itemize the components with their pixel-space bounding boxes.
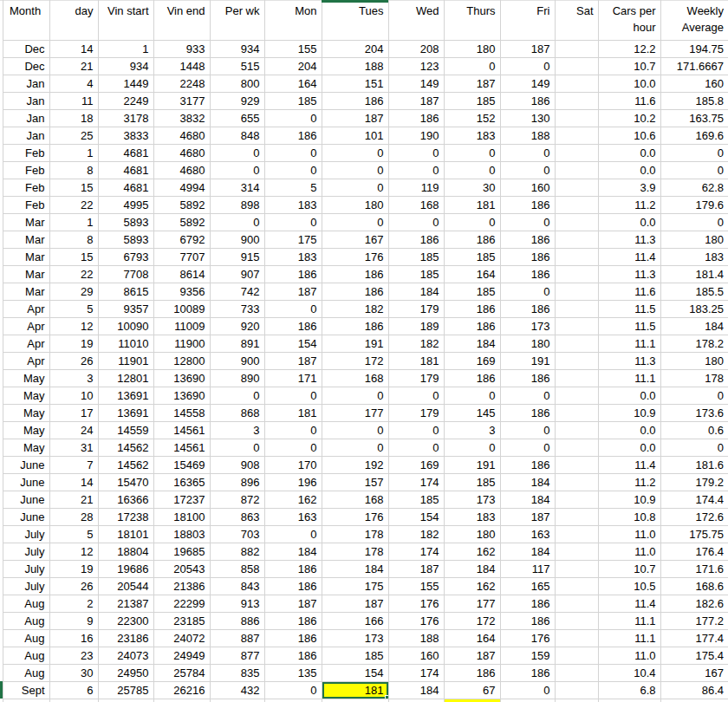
cell-fri-r1[interactable]: 187 (500, 40, 555, 57)
cell-weekly-average-r36[interactable]: 175.4 (660, 647, 728, 664)
cell-sat-r2[interactable] (555, 57, 598, 75)
cell-vin-start-r2[interactable]: 934 (98, 57, 153, 75)
cell-day-r33[interactable]: 2 (49, 595, 98, 612)
cell-vin-end-r31[interactable]: 20543 (153, 560, 210, 577)
cell-vin-start-r17[interactable]: 10090 (98, 317, 153, 335)
cell-fri-r5[interactable]: 130 (500, 109, 555, 127)
cell-weekly-average-r37[interactable]: 167 (660, 664, 728, 681)
cell-weekly-average-r4[interactable]: 185.8 (660, 92, 728, 109)
cell-day-r35[interactable]: 16 (49, 629, 98, 647)
cell-thurs-r16[interactable]: 186 (444, 300, 500, 317)
cell-vin-start-r16[interactable]: 9357 (98, 300, 153, 317)
cell-wed-r33[interactable]: 176 (388, 595, 444, 612)
cell-fri-r36[interactable]: 159 (500, 647, 555, 664)
cell-per-wk-r30[interactable]: 882 (210, 543, 264, 560)
cell-mon-r14[interactable]: 186 (264, 265, 322, 283)
cell-wed-r23[interactable]: 0 (388, 421, 444, 439)
cell-per-wk-r17[interactable]: 920 (210, 317, 264, 335)
cell-weekly-average-r27[interactable]: 174.4 (660, 491, 728, 508)
cell-wed-r14[interactable]: 185 (388, 265, 444, 283)
cell-vin-start-r14[interactable]: 7708 (98, 265, 153, 283)
cell-month-r20[interactable]: May (3, 369, 49, 387)
cell-sat-r12[interactable] (555, 231, 598, 248)
cell-tues-r11[interactable]: 0 (322, 213, 388, 231)
cell-day-r26[interactable]: 14 (49, 473, 98, 491)
cell-month-r37[interactable]: Aug (3, 664, 49, 681)
cell-tues-r2[interactable]: 188 (322, 57, 388, 75)
cell-tues-partial[interactable] (322, 699, 388, 702)
cell-fri-r12[interactable]: 186 (500, 231, 555, 248)
cell-day-r10[interactable]: 22 (49, 196, 98, 213)
cell-per-wk-r5[interactable]: 655 (210, 109, 264, 127)
cell-month-r24[interactable]: May (3, 439, 49, 456)
cell-cars-per-hour-r2[interactable]: 10.7 (598, 57, 660, 75)
cell-weekly-average-r8[interactable]: 0 (660, 161, 728, 179)
cell-weekly-average-r9[interactable]: 62.8 (660, 179, 728, 196)
cell-per-wk-r16[interactable]: 733 (210, 300, 264, 317)
cell-day-r13[interactable]: 15 (49, 248, 98, 265)
cell-vin-end-r38[interactable]: 26216 (153, 681, 210, 699)
cell-weekly-average-r31[interactable]: 171.6 (660, 560, 728, 577)
cell-vin-end-r37[interactable]: 25784 (153, 664, 210, 681)
cell-month-r36[interactable]: Aug (3, 647, 49, 664)
cell-tues-r10[interactable]: 180 (322, 196, 388, 213)
cell-month-r15[interactable]: Mar (3, 283, 49, 300)
cell-sat-r3[interactable] (555, 75, 598, 92)
cell-mon-r12[interactable]: 175 (264, 231, 322, 248)
cell-sat-r19[interactable] (555, 352, 598, 369)
cell-sat-r10[interactable] (555, 196, 598, 213)
cell-month-r22[interactable]: May (3, 404, 49, 421)
cell-month-r19[interactable]: Apr (3, 352, 49, 369)
cell-vin-end-r5[interactable]: 3832 (153, 109, 210, 127)
cell-per-wk-r1[interactable]: 934 (210, 40, 264, 57)
cell-day-r5[interactable]: 18 (49, 109, 98, 127)
cell-vin-start-r21[interactable]: 13691 (98, 387, 153, 404)
cell-vin-start-r36[interactable]: 24073 (98, 647, 153, 664)
cell-weekly-average-r12[interactable]: 180 (660, 231, 728, 248)
cell-cars-per-hour-r30[interactable]: 11.0 (598, 543, 660, 560)
cell-month-r25[interactable]: June (3, 456, 49, 473)
cell-mon-r36[interactable]: 186 (264, 647, 322, 664)
cell-fri-r2[interactable]: 0 (500, 57, 555, 75)
cell-day-partial[interactable] (49, 699, 98, 702)
cell-per-wk-r20[interactable]: 890 (210, 369, 264, 387)
cell-tues-r23[interactable]: 0 (322, 421, 388, 439)
cell-month-r11[interactable]: Mar (3, 213, 49, 231)
cell-per-wk-r37[interactable]: 835 (210, 664, 264, 681)
cell-month-r14[interactable]: Mar (3, 265, 49, 283)
cell-per-wk-r4[interactable]: 929 (210, 92, 264, 109)
cell-cars-per-hour-r24[interactable]: 0.0 (598, 439, 660, 456)
fill-handle[interactable] (385, 695, 389, 699)
cell-weekly-average-r29[interactable]: 175.75 (660, 525, 728, 543)
cell-fri-r38[interactable]: 0 (500, 681, 555, 699)
cell-mon-r5[interactable]: 0 (264, 109, 322, 127)
cell-cars-per-hour-r17[interactable]: 11.5 (598, 317, 660, 335)
cell-sat-r35[interactable] (555, 629, 598, 647)
cell-vin-end-r14[interactable]: 8614 (153, 265, 210, 283)
cell-day-r1[interactable]: 14 (49, 40, 98, 57)
cell-sat-r5[interactable] (555, 109, 598, 127)
cell-fri-r6[interactable]: 188 (500, 127, 555, 144)
cell-month-r1[interactable]: Dec (3, 40, 49, 57)
cell-sat-r11[interactable] (555, 213, 598, 231)
cell-sat-r4[interactable] (555, 92, 598, 109)
cell-sat-partial[interactable] (555, 699, 598, 702)
cell-weekly-average-r10[interactable]: 179.6 (660, 196, 728, 213)
cell-vin-start-r18[interactable]: 11010 (98, 335, 153, 352)
cell-thurs-r1[interactable]: 180 (444, 40, 500, 57)
cell-month-r28[interactable]: June (3, 508, 49, 525)
cell-thurs-r29[interactable]: 180 (444, 525, 500, 543)
cell-tues-r33[interactable]: 187 (322, 595, 388, 612)
cell-tues-r20[interactable]: 168 (322, 369, 388, 387)
cell-vin-start-r34[interactable]: 22300 (98, 612, 153, 629)
cell-cars-per-hour-r32[interactable]: 10.5 (598, 577, 660, 595)
cell-per-wk-r35[interactable]: 887 (210, 629, 264, 647)
cell-vin-end-r34[interactable]: 23185 (153, 612, 210, 629)
cell-vin-start-r22[interactable]: 13691 (98, 404, 153, 421)
cell-thurs-r35[interactable]: 164 (444, 629, 500, 647)
cell-per-wk-r36[interactable]: 877 (210, 647, 264, 664)
cell-per-wk-r21[interactable]: 0 (210, 387, 264, 404)
cell-cars-per-hour-r7[interactable]: 0.0 (598, 144, 660, 161)
cell-wed-r34[interactable]: 176 (388, 612, 444, 629)
cell-per-wk-r7[interactable]: 0 (210, 144, 264, 161)
